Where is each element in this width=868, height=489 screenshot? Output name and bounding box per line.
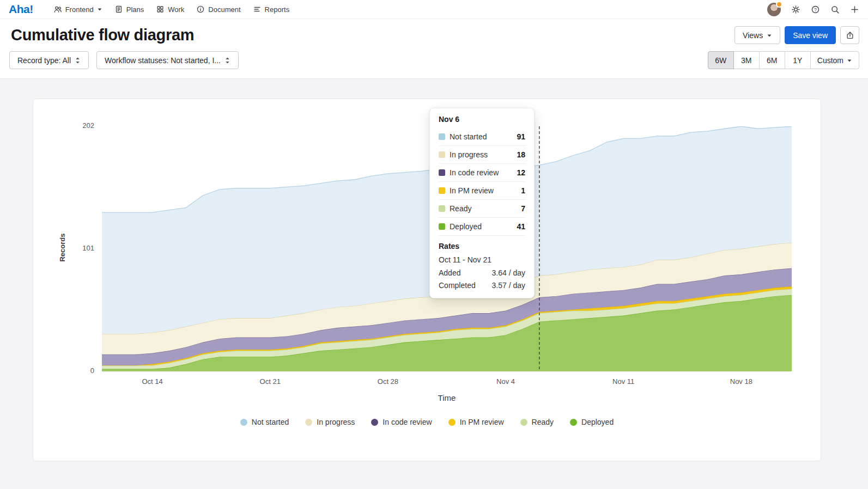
report-lines-icon [253,5,262,14]
users-icon [53,5,62,14]
y-tick-label: 202 [70,121,94,130]
x-tick-label: Oct 28 [363,377,412,386]
search-icon [830,5,840,14]
save-view-label: Save view [793,31,828,40]
status-count: 7 [521,204,525,213]
chevron-down-icon [767,33,772,38]
share-button[interactable] [840,26,859,44]
legend-label: Not started [252,418,289,426]
page-body: Records 0101202 Oct 14Oct 21Oct 28Nov 4N… [0,79,868,461]
legend-dot-icon [305,419,312,426]
nav-item-plans[interactable]: Plans [108,0,150,19]
custom-range-label: Custom [817,56,843,65]
x-tick-label: Oct 14 [128,377,177,386]
sort-arrows-icon [75,57,81,64]
legend-dot-icon [448,419,456,426]
range-1y-button[interactable]: 1Y [785,51,811,69]
status-count: 91 [517,132,525,141]
workflow-statuses-filter[interactable]: Workflow statuses: Not started, I... [96,51,239,69]
tooltip-status-row: Ready7 [439,200,525,218]
y-axis-title: Records [58,222,66,274]
legend-label: Ready [532,418,554,426]
status-swatch-icon [439,187,445,194]
views-button-label: Views [743,31,763,40]
export-icon [846,31,854,40]
tooltip-status-row: In code review12 [439,164,525,182]
legend-item[interactable]: Ready [520,418,554,426]
status-count: 41 [517,222,525,231]
legend-item[interactable]: Not started [240,418,289,426]
legend-dot-icon [520,419,527,426]
status-swatch-icon [439,133,445,140]
status-label: Not started [450,132,487,141]
chart-card: Records 0101202 Oct 14Oct 21Oct 28Nov 4N… [33,99,821,461]
nav-item-work[interactable]: Work [150,0,190,19]
x-tick-label: Nov 4 [481,377,530,386]
app: Aha! Frontend Plans Work [0,0,868,489]
status-swatch-icon [439,151,445,158]
top-nav: Aha! Frontend Plans Work [0,0,868,19]
status-count: 18 [517,150,525,159]
range-custom-button[interactable]: Custom [810,51,859,69]
nav-item-reports[interactable]: Reports [247,0,296,19]
chart-legend: Not startedIn progressIn code reviewIn P… [33,418,821,426]
time-range-selector: 6W 3M 6M 1Y Custom [708,51,859,69]
status-label: In PM review [450,186,494,195]
gear-icon [791,5,800,14]
x-axis-title: Time [102,393,792,402]
chart-tooltip: Nov 6 Not started91In progress18In code … [429,108,535,298]
filter-bar: Record type: All Workflow statuses: Not … [0,47,868,79]
status-swatch-icon [439,205,445,212]
status-swatch-icon [439,223,445,230]
tooltip-rows: Not started91In progress18In code review… [439,128,525,236]
nav-item-document[interactable]: Document [190,0,246,19]
svg-text:?: ? [814,7,817,12]
help-button[interactable]: ? [811,5,820,14]
legend-item[interactable]: Deployed [570,418,614,426]
status-count: 12 [517,168,525,177]
legend-item[interactable]: In PM review [448,418,504,426]
aha-logo[interactable]: Aha! [9,3,33,16]
tooltip-date: Nov 6 [439,115,525,128]
nav-right-icons: ? [767,3,859,16]
added-label: Added [439,268,460,277]
status-label: Deployed [450,222,482,231]
plus-icon [850,5,859,14]
record-type-filter[interactable]: Record type: All [9,51,89,69]
completed-value: 3.57 / day [492,281,526,290]
status-swatch-icon [439,169,445,176]
tooltip-status-row: Not started91 [439,128,525,146]
chevron-down-icon [97,7,102,12]
completed-label: Completed [439,281,476,290]
header-actions: Views Save view [735,26,859,44]
status-label: In progress [450,150,488,159]
user-avatar[interactable] [767,3,781,16]
workflow-statuses-label: Workflow statuses: Not started, I... [105,56,221,65]
x-tick-label: Nov 18 [717,377,766,386]
range-3m-button[interactable]: 3M [733,51,760,69]
nav-workspace-selector[interactable]: Frontend [47,0,108,19]
nav-item-label: Work [168,5,184,14]
tooltip-completed-row: Completed 3.57 / day [439,278,525,291]
tooltip-status-row: In progress18 [439,146,525,164]
help-icon: ? [811,5,820,14]
x-tick-label: Oct 21 [246,377,295,386]
legend-item[interactable]: In progress [305,418,355,426]
legend-dot-icon [570,419,577,426]
y-tick-label: 0 [70,366,94,375]
y-tick-label: 101 [70,244,94,252]
legend-label: In PM review [460,418,504,426]
search-button[interactable] [830,5,840,14]
info-circle-icon [196,5,205,14]
tooltip-status-row: In PM review1 [439,182,525,200]
settings-button[interactable] [791,5,800,14]
range-6w-button[interactable]: 6W [708,51,734,69]
save-view-button[interactable]: Save view [785,26,836,44]
views-button[interactable]: Views [735,26,780,44]
add-button[interactable] [850,5,859,14]
legend-item[interactable]: In code review [371,418,432,426]
range-6m-button[interactable]: 6M [759,51,785,69]
page-header: Cumulative flow diagram Views Save view [0,19,868,47]
legend-dot-icon [371,419,378,426]
sort-arrows-icon [224,57,230,64]
